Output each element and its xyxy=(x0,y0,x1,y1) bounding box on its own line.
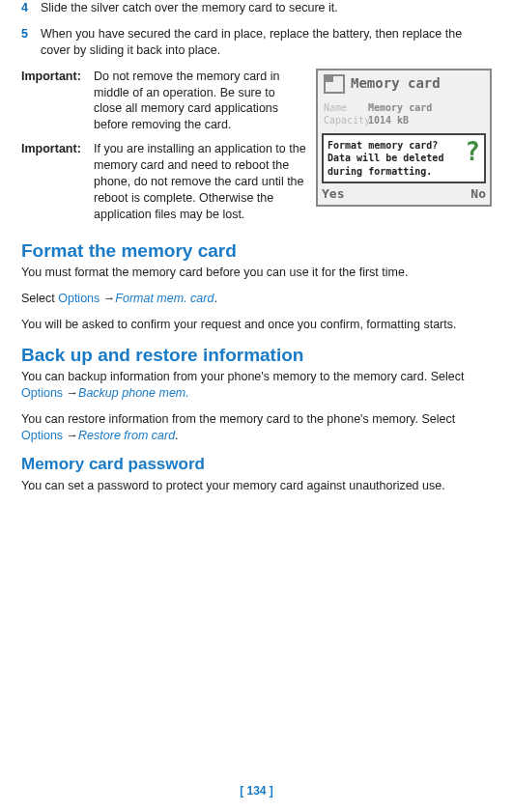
phone-screen-box: Memory card Name Memory card Capacity 10… xyxy=(316,69,492,207)
phone-dialog: Format memory card? Data will be deleted… xyxy=(322,133,486,184)
step-text: When you have secured the card in place,… xyxy=(41,26,492,59)
softkey-yes: Yes xyxy=(322,185,344,203)
paragraph: You must format the memory card before y… xyxy=(21,265,492,281)
phone-info-label: Name xyxy=(324,101,364,115)
important-text: If you are installing an application to … xyxy=(94,141,306,222)
important-column: Important: Do not remove the memory card… xyxy=(21,69,306,231)
page-content: 4 Slide the silver catch over the memory… xyxy=(21,0,492,494)
phone-info-value: Memory card xyxy=(368,101,432,115)
step-5: 5 When you have secured the card in plac… xyxy=(21,26,492,59)
important-note-2: Important: If you are installing an appl… xyxy=(21,141,306,222)
phone-info-value: 1014 kB xyxy=(368,114,409,127)
phone-info: Name Memory card Capacity 1014 kB xyxy=(322,99,486,131)
phone-screen-header: Memory card xyxy=(322,72,486,99)
menu-options: Options xyxy=(21,386,63,400)
paragraph: You will be asked to confirm your reques… xyxy=(21,317,492,333)
step-4: 4 Slide the silver catch over the memory… xyxy=(21,0,492,16)
step-number: 4 xyxy=(21,0,41,16)
paragraph: You can set a password to protect your m… xyxy=(21,478,492,494)
paragraph: You can restore information from the mem… xyxy=(21,411,492,444)
arrow-icon: → xyxy=(63,386,78,400)
text: You can restore information from the mem… xyxy=(21,412,455,426)
step-text: Slide the silver catch over the memory c… xyxy=(41,0,492,16)
important-label: Important: xyxy=(21,69,94,134)
heading-backup: Back up and restore information xyxy=(21,343,492,368)
step-number: 5 xyxy=(21,26,41,59)
paragraph: You can backup information from your pho… xyxy=(21,369,492,402)
arrow-icon: → xyxy=(100,292,115,305)
text: Select xyxy=(21,292,58,305)
important-note-1: Important: Do not remove the memory card… xyxy=(21,69,306,134)
paragraph: Select Options →Format mem. card. xyxy=(21,291,492,307)
menu-format: Format mem. card xyxy=(115,292,214,305)
heading-format: Format the memory card xyxy=(21,238,492,264)
phone-softkeys: Yes No xyxy=(322,185,486,203)
arrow-icon: → xyxy=(63,429,78,442)
phone-dialog-text: Format memory card? Data will be deleted… xyxy=(328,139,461,179)
softkey-no: No xyxy=(470,185,486,203)
important-label: Important: xyxy=(21,141,94,222)
text: You can backup information from your pho… xyxy=(21,370,464,383)
phone-info-name: Name Memory card xyxy=(324,101,484,115)
menu-options: Options xyxy=(58,292,100,305)
memory-card-icon xyxy=(324,74,345,94)
important-and-image-row: Important: Do not remove the memory card… xyxy=(21,69,492,231)
phone-screenshot: Memory card Name Memory card Capacity 10… xyxy=(316,69,492,231)
phone-screen-title: Memory card xyxy=(351,74,441,93)
page-number: [ 134 ] xyxy=(0,783,513,798)
menu-restore: Restore from card xyxy=(78,429,175,442)
phone-info-capacity: Capacity 1014 kB xyxy=(324,114,484,127)
question-icon: ? xyxy=(465,139,480,179)
heading-password: Memory card password xyxy=(21,454,492,476)
important-text: Do not remove the memory card in middle … xyxy=(94,69,306,134)
menu-backup: Backup phone mem. xyxy=(78,386,189,400)
menu-options: Options xyxy=(21,429,63,442)
phone-info-label: Capacity xyxy=(324,114,364,127)
